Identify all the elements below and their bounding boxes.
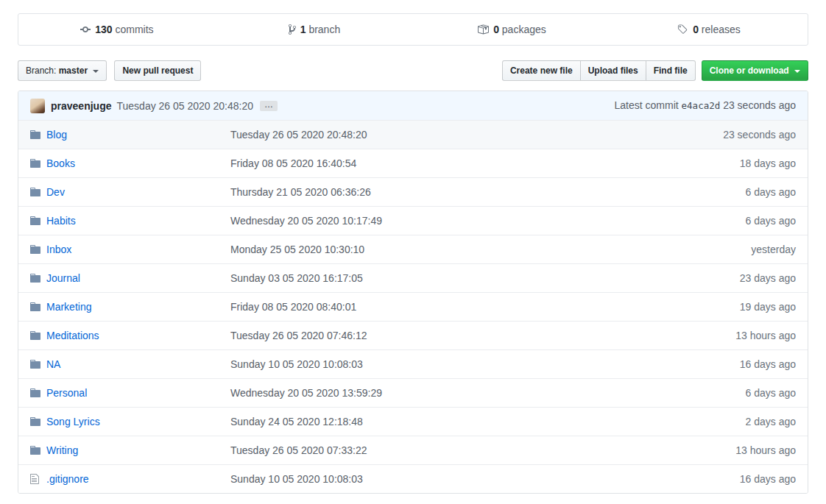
file-name-link[interactable]: Song Lyrics <box>46 416 100 427</box>
stat-commits[interactable]: 130 commits <box>18 22 216 37</box>
file-date: Tuesday 26 05 2020 07:33:22 <box>230 443 634 458</box>
toolbar-right-group: Create new file Upload files Find file C… <box>502 60 808 81</box>
file-rows: Blog Tuesday 26 05 2020 20:48:20 23 seco… <box>18 120 808 493</box>
file-age[interactable]: 23 seconds ago <box>634 127 796 142</box>
file-name-link[interactable]: Marketing <box>46 301 91 313</box>
file-date: Wednesday 20 05 2020 13:59:29 <box>230 386 634 400</box>
tag-icon <box>677 24 688 35</box>
file-date: Monday 25 05 2020 10:30:10 <box>230 242 634 257</box>
file-name-cell: Books <box>46 156 230 171</box>
file-age[interactable]: 19 days ago <box>634 299 796 314</box>
file-name-cell: Song Lyrics <box>46 414 230 429</box>
file-name-cell: Writing <box>46 443 230 458</box>
file-actions-group: Create new file Upload files Find file <box>502 60 696 81</box>
file-age[interactable]: 6 days ago <box>634 185 796 199</box>
create-new-file-button[interactable]: Create new file <box>502 60 581 81</box>
file-name-link[interactable]: Inbox <box>46 244 71 255</box>
clone-or-download-button[interactable]: Clone or download <box>702 60 808 81</box>
file-date: Friday 08 05 2020 16:40:54 <box>230 156 634 171</box>
file-name-link[interactable]: Personal <box>46 387 87 399</box>
file-name-cell: Inbox <box>46 242 230 257</box>
file-name-cell: Blog <box>46 127 230 142</box>
table-row: Personal Wednesday 20 05 2020 13:59:29 6… <box>18 378 808 407</box>
file-name-link[interactable]: Meditations <box>46 330 99 341</box>
file-age[interactable]: 2 days ago <box>634 414 796 429</box>
commit-message-date[interactable]: Tuesday 26 05 2020 20:48:20 <box>116 99 253 113</box>
file-date: Sunday 10 05 2020 10:08:03 <box>230 357 634 372</box>
chevron-down-icon <box>794 70 800 73</box>
file-age[interactable]: 6 days ago <box>634 386 796 400</box>
file-age[interactable]: 23 days ago <box>634 271 796 285</box>
folder-icon <box>30 186 40 198</box>
file-name-link[interactable]: Books <box>46 157 75 169</box>
latest-commit-label: Latest commit <box>615 99 679 111</box>
packages-label: packages <box>502 24 546 35</box>
file-age[interactable]: 18 days ago <box>634 156 796 171</box>
author-avatar[interactable] <box>30 99 45 113</box>
file-toolbar: Branch: master New pull request Create n… <box>18 60 808 81</box>
branch-label: Branch: <box>26 65 56 76</box>
file-date: Friday 08 05 2020 08:40:01 <box>230 299 634 314</box>
file-age[interactable]: 16 days ago <box>634 472 796 486</box>
commit-icon <box>80 24 91 35</box>
file-age[interactable]: 13 hours ago <box>634 328 796 343</box>
upload-files-button[interactable]: Upload files <box>580 60 646 81</box>
file-name-link[interactable]: Blog <box>46 129 67 141</box>
packages-count: 0 <box>493 24 499 35</box>
file-name-link[interactable]: Dev <box>46 186 65 198</box>
folder-icon <box>30 301 40 313</box>
table-row: Journal Sunday 03 05 2020 16:17:05 23 da… <box>18 263 808 292</box>
file-age[interactable]: 16 days ago <box>634 357 796 372</box>
file-date: Wednesday 20 05 2020 10:17:49 <box>230 213 634 228</box>
file-name-cell: Habits <box>46 213 230 228</box>
table-row: Song Lyrics Sunday 24 05 2020 12:18:48 2… <box>18 407 808 436</box>
chevron-down-icon <box>93 70 99 73</box>
branch-select-button[interactable]: Branch: master <box>18 60 107 81</box>
clone-or-download-label: Clone or download <box>710 65 789 76</box>
file-name-cell: Marketing <box>46 299 230 314</box>
folder-icon <box>30 444 40 456</box>
commit-author-link[interactable]: praveenjuge <box>51 99 111 113</box>
file-name-cell: Personal <box>46 386 230 400</box>
branches-count: 1 <box>300 24 306 35</box>
file-date: Tuesday 26 05 2020 20:48:20 <box>230 127 634 142</box>
repo-stats-bar: 130 commits 1 branch 0 packages 0 releas… <box>18 13 808 46</box>
file-type-cell <box>30 213 46 228</box>
folder-icon <box>30 215 40 227</box>
file-table: praveenjuge Tuesday 26 05 2020 20:48:20 … <box>18 90 808 494</box>
file-name-link[interactable]: Habits <box>46 215 76 227</box>
file-type-cell <box>30 472 46 486</box>
file-type-cell <box>30 299 46 314</box>
commit-time: 23 seconds ago <box>723 99 796 111</box>
commits-count: 130 <box>95 24 112 35</box>
file-type-cell <box>30 242 46 257</box>
folder-icon <box>30 157 40 169</box>
file-name-link[interactable]: NA <box>46 358 60 370</box>
commit-message-expander-button[interactable]: … <box>260 101 278 111</box>
file-age[interactable]: 13 hours ago <box>634 443 796 458</box>
file-date: Sunday 03 05 2020 16:17:05 <box>230 271 634 285</box>
file-name-link[interactable]: .gitignore <box>46 473 89 485</box>
stat-packages[interactable]: 0 packages <box>413 22 610 37</box>
file-type-cell <box>30 156 46 171</box>
branch-name: master <box>59 65 88 76</box>
file-name-cell: .gitignore <box>46 472 230 486</box>
file-name-link[interactable]: Writing <box>46 444 78 456</box>
file-type-cell <box>30 185 46 199</box>
branches-label: branch <box>308 24 340 35</box>
file-date: Sunday 10 05 2020 10:08:03 <box>230 472 634 486</box>
file-name-link[interactable]: Journal <box>46 272 80 284</box>
releases-count: 0 <box>693 24 699 35</box>
commit-sha-link[interactable]: e4aca2d <box>682 100 721 111</box>
find-file-button[interactable]: Find file <box>646 60 696 81</box>
package-icon <box>477 24 489 35</box>
file-age[interactable]: 6 days ago <box>634 213 796 228</box>
latest-commit-meta: Latest commit e4aca2d 23 seconds ago <box>615 98 796 113</box>
new-pull-request-button[interactable]: New pull request <box>114 60 201 81</box>
stat-branches[interactable]: 1 branch <box>216 22 413 37</box>
table-row: Inbox Monday 25 05 2020 10:30:10 yesterd… <box>18 235 808 263</box>
file-name-cell: Journal <box>46 271 230 285</box>
table-row: Books Friday 08 05 2020 16:40:54 18 days… <box>18 149 808 177</box>
file-age[interactable]: yesterday <box>634 242 796 257</box>
stat-releases[interactable]: 0 releases <box>610 22 808 37</box>
